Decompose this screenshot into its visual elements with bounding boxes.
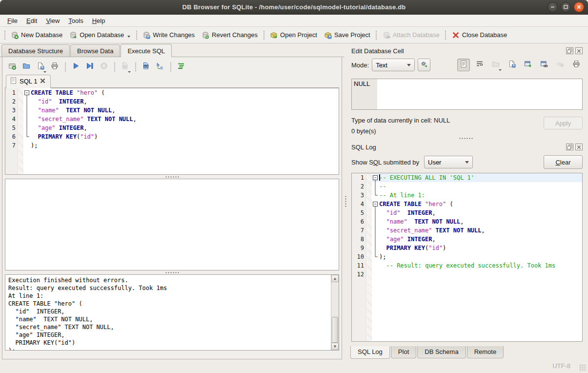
scroll-up-icon[interactable]: ▲ [331,275,339,282]
menu-edit[interactable]: Edit [22,16,41,26]
dock-tab-sql-log[interactable]: SQL Log [350,346,390,359]
save-sql-file-button[interactable] [34,61,47,73]
splitter-handle[interactable] [348,135,584,142]
tab-close-icon[interactable] [40,78,45,85]
dock-float-icon[interactable] [566,144,573,150]
fold-marker-icon[interactable] [372,173,379,182]
dock-tab-remote[interactable]: Remote [467,346,504,358]
open-database-icon [69,31,77,39]
revert-changes-button[interactable]: Revert Changes [198,29,261,41]
tab-browse-data[interactable]: Browse Data [70,44,120,57]
code-line: 10); [352,252,582,261]
fold-marker-icon[interactable] [372,200,379,208]
code-line: 11 -- Result: query executed successfull… [352,261,582,270]
code-line: 6 "name" TEXT NOT NULL, [352,217,582,226]
fold-marker-icon[interactable] [23,88,31,97]
dock-tab-db-schema[interactable]: DB Schema [417,346,466,358]
export-data-icon [508,60,516,70]
menu-tools[interactable]: Tools [64,16,87,26]
fold-marker-icon [372,244,379,252]
execute-all-icon [72,62,80,72]
scroll-down-icon[interactable]: ▼ [331,343,339,350]
word-wrap-button[interactable] [473,59,486,71]
open-project-button[interactable]: Open Project [266,29,321,41]
splitter-handle[interactable] [5,270,339,274]
minimize-icon[interactable] [547,2,558,12]
open-tab-button[interactable] [6,61,19,73]
code-line: 8 "age" INTEGER, [352,235,582,244]
format-sql-button[interactable] [175,61,187,73]
print-cell-icon [572,60,580,70]
sql-tab-bar: SQL 1 [5,74,339,88]
scrollbar[interactable]: ▲ ▼ [331,275,339,350]
submitter-select[interactable]: User [424,156,473,168]
dock-float-icon[interactable] [566,47,573,54]
fold-marker-icon [372,252,379,261]
apply-button[interactable]: Apply [544,117,583,129]
fold-marker-icon [372,208,379,217]
maximize-icon[interactable] [561,2,571,12]
close-icon[interactable] [574,2,584,12]
copy-link-button[interactable] [538,59,550,71]
menu-file[interactable]: File [3,16,22,26]
save-project-icon [324,31,332,39]
vertical-splitter[interactable] [344,43,347,359]
splitter-handle[interactable] [5,175,339,179]
window-controls [547,2,584,12]
execute-all-button[interactable] [69,61,82,73]
open-database-button[interactable]: Open Database [66,29,134,41]
auto-switch-mode-button[interactable] [418,59,430,71]
code-line: 5 "id" INTEGER, [352,208,582,217]
toolbar-separator [113,62,116,72]
find-replace-icon: ba [156,62,164,72]
save-project-button[interactable]: Save Project [321,29,374,41]
open-in-external-button[interactable] [522,59,534,71]
gear-apply-icon [420,60,428,70]
print-cell-button[interactable] [570,59,583,71]
dock-close-icon[interactable] [575,47,583,54]
find-button[interactable] [140,61,152,73]
print-button[interactable] [48,61,61,73]
scrollbar-thumb[interactable] [332,317,338,342]
cell-mode-row: Mode: Text [348,56,584,74]
menu-view[interactable]: View [41,16,64,26]
code-line: 1-- EXECUTING ALL IN 'SQL 1' [352,173,582,182]
tab-database-structure[interactable]: Database Structure [1,44,70,57]
sql-code-editor[interactable]: 1CREATE TABLE "hero" (2 "id" INTEGER,3 "… [5,88,339,175]
menu-help[interactable]: Help [88,16,110,26]
fold-marker-icon [372,217,379,226]
mode-select[interactable]: Text [372,59,415,71]
dock-close-icon[interactable] [575,144,583,150]
chevron-down-icon [128,71,131,73]
toolbar-separator [64,62,66,72]
save-sql-file-icon [37,62,44,72]
dock-tab-plot[interactable]: Plot [391,346,416,358]
code-line: 9 PRIMARY KEY("id") [352,244,582,252]
execution-log[interactable]: Execution finished without errors. Resul… [5,274,339,351]
clear-button[interactable]: Clear [544,155,583,169]
chevron-down-icon[interactable] [127,36,130,38]
encoding-indicator[interactable]: UTF-8 [552,362,570,370]
close-database-button[interactable]: Close Database [448,29,511,41]
word-wrap-icon [476,60,484,70]
import-data-button [489,59,502,71]
execute-current-line-button[interactable] [83,61,96,73]
main-tab-bar: Database StructureBrowse DataExecute SQL [0,43,344,57]
open-tab-icon [8,62,16,72]
resize-grip[interactable] [579,364,586,371]
sql-log-view[interactable]: 1-- EXECUTING ALL IN 'SQL 1'2--3-- At li… [351,173,583,342]
open-sql-file-button[interactable] [20,61,33,73]
find-replace-button[interactable]: ba [154,61,166,73]
write-changes-button[interactable]: Write Changes [139,29,198,41]
new-database-button[interactable]: New Database [7,29,66,41]
tab-execute-sql[interactable]: Execute SQL [121,44,172,57]
code-line: 1CREATE TABLE "hero" ( [5,88,339,97]
menubar: FileEditViewToolsHelp [0,15,588,27]
open-project-icon [270,31,278,39]
cell-value-editor[interactable]: NULL [351,79,583,110]
titlebar[interactable]: DB Browser for SQLite - /home/user/code/… [0,0,588,15]
export-data-button[interactable] [506,59,518,71]
text-mode-button[interactable] [457,59,470,71]
cell-byte-info: 0 byte(s) [351,127,544,135]
sql-document-tab[interactable]: SQL 1 [6,75,51,88]
